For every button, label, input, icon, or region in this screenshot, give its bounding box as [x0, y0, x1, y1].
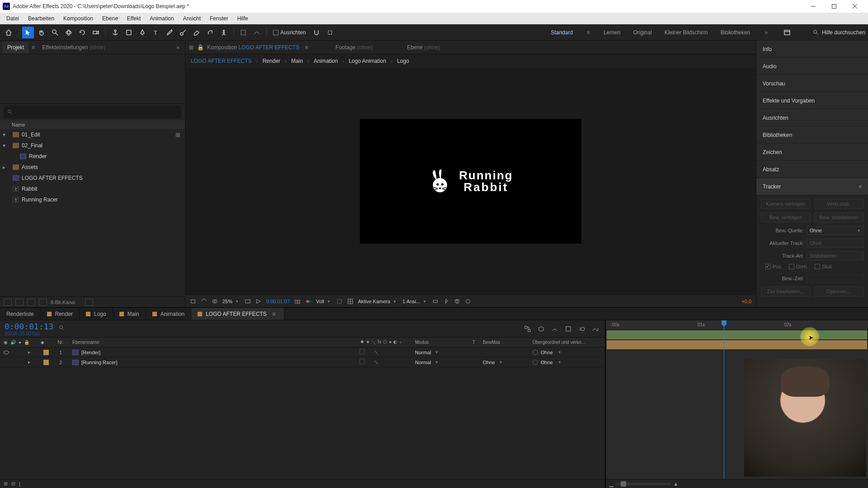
col-nr[interactable]: Nr.: [52, 340, 70, 345]
project-item[interactable]: TRabbit: [0, 183, 185, 194]
timeline-layer-row[interactable]: ▸1[Render]＼Normal▾Ohne▾: [0, 347, 605, 357]
bezier-icon[interactable]: [251, 27, 263, 38]
project-search[interactable]: [4, 106, 181, 118]
tracker-stabilize-button[interactable]: Bew. stabilisieren: [814, 212, 864, 222]
twirl-icon[interactable]: ▸: [3, 164, 7, 170]
tracker-track-button[interactable]: Bew. verfolgen: [761, 212, 811, 222]
panel-absatz[interactable]: Absatz: [756, 161, 868, 178]
tab-effekteinstellungen[interactable]: Effekteinstellungen(ohne): [38, 42, 110, 53]
new-folder-icon[interactable]: [27, 299, 35, 306]
parent-select[interactable]: Ohne: [541, 350, 553, 355]
camera-tool-icon[interactable]: [90, 27, 102, 38]
viewer-timecode[interactable]: 0:00:01:07: [266, 299, 290, 304]
workspace-klein[interactable]: Kleiner Bildschirm: [664, 28, 709, 38]
col-parent[interactable]: Übergeordnet und verkn...: [533, 340, 605, 345]
fast-draft-icon[interactable]: [443, 298, 449, 305]
layer-bar[interactable]: [607, 340, 867, 349]
toggle-modes-icon[interactable]: ⊟: [11, 481, 15, 487]
text-tool-icon[interactable]: T: [150, 27, 162, 38]
toggle-switches-icon[interactable]: ⊞: [4, 481, 8, 487]
camera-dropdown[interactable]: Aktive Kamera▾: [358, 299, 398, 304]
comp-flowchart-icon[interactable]: [523, 324, 533, 334]
timeline-layer-row[interactable]: ▸2[Running Racer]＼Normal▾Ohne▾Ohne▾: [0, 357, 605, 367]
home-icon[interactable]: [3, 27, 14, 38]
solo-column-icon[interactable]: ●: [19, 340, 21, 345]
project-item[interactable]: ▸Assets: [0, 162, 185, 173]
project-item[interactable]: ▾01_Edit⊞: [0, 129, 185, 140]
panel-ausrichten[interactable]: Ausrichten: [756, 109, 868, 127]
timeline-tab[interactable]: Animation: [146, 308, 191, 320]
menu-ebene[interactable]: Ebene: [98, 14, 123, 23]
panel-zeichen[interactable]: Zeichen: [756, 144, 868, 161]
breadcrumb-item[interactable]: Main: [291, 58, 303, 64]
snap-icon[interactable]: [311, 27, 322, 38]
exposure-value[interactable]: +0,0: [741, 299, 751, 304]
workspace-lernen[interactable]: Lernen: [603, 28, 621, 38]
workspace-original[interactable]: Original: [632, 28, 652, 38]
panel-info[interactable]: Info: [756, 41, 868, 58]
audio-column-icon[interactable]: 🔊: [10, 340, 16, 345]
pickwhip-icon[interactable]: [533, 360, 538, 365]
toggle-inpoint-icon[interactable]: {: [19, 481, 21, 487]
col-name[interactable]: Ebenenname: [70, 340, 347, 345]
lock-icon[interactable]: 🔒: [197, 44, 203, 51]
menu-datei[interactable]: Datei: [2, 14, 24, 23]
tab-projekt[interactable]: Projekt: [3, 42, 28, 53]
time-ruler[interactable]: :00s01s02s: [606, 320, 868, 330]
clone-tool-icon[interactable]: [177, 27, 189, 38]
close-button[interactable]: [844, 0, 865, 13]
timeline-tab[interactable]: Logo: [80, 308, 113, 320]
views-dropdown[interactable]: 1 Ansi...▾: [402, 299, 428, 304]
label-swatch[interactable]: [43, 360, 49, 365]
parent-select[interactable]: Ohne: [541, 360, 553, 365]
panel-menu-icon[interactable]: ≡: [859, 183, 862, 190]
breadcrumb-item[interactable]: Render: [263, 58, 280, 64]
panel-effekte[interactable]: Effekte und Vorgaben: [756, 92, 868, 109]
puppet-tool-icon[interactable]: [218, 27, 230, 38]
maximize-button[interactable]: [824, 0, 844, 13]
visibility-toggle[interactable]: [4, 351, 9, 354]
anchor-tool-icon[interactable]: [109, 27, 121, 38]
always-preview-icon[interactable]: [190, 298, 196, 305]
snapshot-icon[interactable]: [294, 298, 301, 305]
layer-name[interactable]: [Render]: [81, 350, 100, 355]
selection-tool-icon[interactable]: [22, 27, 34, 38]
tracker-pos-checkbox[interactable]: Pos.: [765, 264, 783, 269]
project-item[interactable]: TRunning Racer: [0, 194, 185, 205]
shy-icon[interactable]: [550, 324, 560, 334]
resolution-icon[interactable]: [245, 298, 251, 305]
switch-box[interactable]: [359, 349, 365, 354]
panel-audio[interactable]: Audio: [756, 58, 868, 75]
menu-hilfe[interactable]: Hilfe: [233, 14, 253, 23]
draft3d-icon[interactable]: [536, 324, 546, 334]
lock-column-icon[interactable]: 🔒: [24, 340, 29, 345]
breadcrumb-item[interactable]: LOGO AFTER EFFECTS: [191, 58, 252, 64]
menu-animation[interactable]: Animation: [145, 14, 178, 23]
zoom-in-icon[interactable]: ▲: [673, 481, 679, 487]
workspace-overflow-icon[interactable]: »: [762, 29, 770, 36]
panel-menu-icon[interactable]: ≡: [270, 311, 278, 317]
rotate-tool-icon[interactable]: [76, 27, 88, 38]
col-mode[interactable]: Modus: [415, 340, 465, 345]
panel-tracker[interactable]: Tracker≡: [756, 178, 868, 195]
menu-bearbeiten[interactable]: Bearbeiten: [24, 14, 59, 23]
timeline-tab[interactable]: Render: [41, 308, 80, 320]
timeline-search-icon[interactable]: [59, 325, 65, 333]
menu-komposition[interactable]: Komposition: [59, 14, 98, 23]
label-column-icon[interactable]: ◆: [41, 340, 52, 345]
project-item[interactable]: LOGO AFTER EFFECTS: [0, 173, 185, 183]
comp-tab-footage[interactable]: Footage (ohne): [335, 44, 373, 51]
pen-tool-icon[interactable]: [137, 27, 148, 38]
eraser-tool-icon[interactable]: [191, 27, 203, 38]
breadcrumb-item[interactable]: Animation: [314, 58, 338, 64]
blend-mode-select[interactable]: Normal: [415, 350, 431, 355]
blend-mode-select[interactable]: Normal: [415, 360, 431, 365]
project-item[interactable]: ▾02_Final: [0, 140, 185, 151]
timeline-tab[interactable]: Renderliste: [0, 308, 41, 320]
new-comp-icon[interactable]: [15, 299, 24, 306]
menu-effekt[interactable]: Effekt: [123, 14, 145, 23]
zoom-tool-icon[interactable]: [49, 27, 61, 38]
fast-preview-icon[interactable]: [255, 298, 262, 305]
zoom-dropdown[interactable]: 25%▾: [222, 299, 240, 304]
transparency-grid-icon[interactable]: [201, 298, 207, 305]
